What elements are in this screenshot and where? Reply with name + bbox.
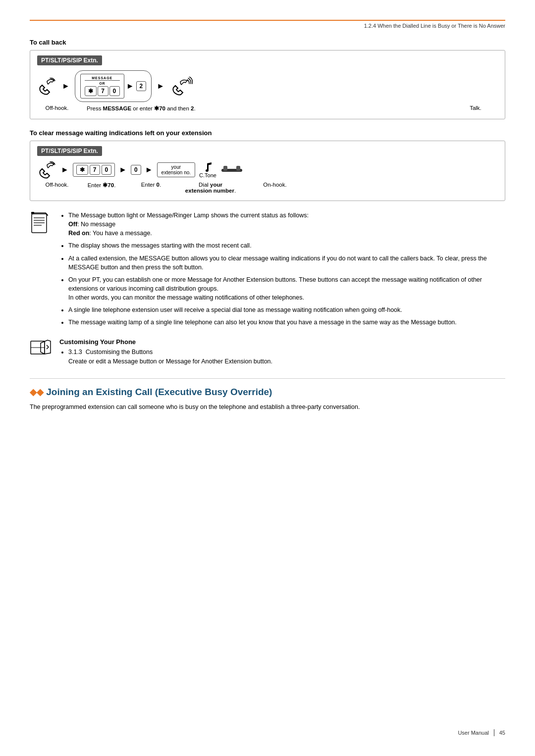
arrow-2: ►	[157, 82, 164, 91]
lbl-enter-star70: Enter ✱70.	[77, 182, 126, 189]
music-note-icon	[204, 161, 213, 172]
customising-content: Customising Your Phone 3.1.3 Customising…	[59, 338, 505, 366]
key-0-2: 0	[102, 165, 112, 175]
footer-divider	[494, 729, 494, 736]
customise-icon-area	[30, 339, 53, 366]
key-star: ✱	[85, 86, 97, 96]
diagram-header-2: PT/SLT/PS/SIP Extn.	[37, 146, 102, 156]
section2-label: To clear message waiting indications lef…	[30, 129, 505, 137]
label-row-diagram2: Off-hook. Enter ✱70. Enter 0. Dial youre…	[37, 182, 498, 194]
page-header: 1.2.4 When the Dialled Line is Busy or T…	[30, 20, 505, 29]
customise-icon	[30, 339, 52, 356]
diagram-row-1: ► MESSAGE OR ✱ 7 0 ► 2 ►	[37, 70, 498, 102]
footer-label: User Manual	[458, 730, 488, 736]
bullet-list: The Message button light or Message/Ring…	[59, 211, 505, 330]
joining-body: The preprogrammed extension can call som…	[30, 403, 505, 412]
key-7-2: 7	[90, 165, 100, 175]
lbl-enter0: Enter 0.	[131, 182, 171, 188]
bullet-section: The Message button light or Message/Ring…	[30, 211, 505, 330]
customising-section: Customising Your Phone 3.1.3 Customising…	[30, 338, 505, 366]
svg-rect-2	[236, 166, 240, 171]
message-button: MESSAGE OR ✱ 7 0	[80, 74, 124, 99]
arrow-3: ►	[61, 165, 69, 174]
svg-rect-3	[32, 214, 47, 233]
note-icon	[30, 212, 50, 235]
key-0: 0	[109, 86, 120, 96]
key-2: 2	[136, 81, 147, 91]
bullet-item-3: At a called extension, the MESSAGE butto…	[68, 254, 505, 272]
offhook-icon	[37, 77, 57, 95]
ctone-label: C.Tone	[199, 172, 216, 178]
bullet-item-1: The Message button light or Message/Ring…	[68, 211, 505, 238]
key-star-2: ✱	[76, 165, 88, 175]
star70-group: ✱ 7 0	[73, 163, 115, 177]
lbl-dial-ext: Dial yourextension number.	[176, 182, 245, 194]
label-press-message: Press MESSAGE or enter ✱70 and then 2.	[77, 105, 453, 112]
label-talk-1: Talk.	[453, 105, 498, 111]
joining-heading: ◆◆ Joining an Existing Call (Executive B…	[30, 387, 505, 398]
diagram-box-2: PT/SLT/PS/SIP Extn. ► ✱ 7 0 ► 0 ► your e…	[30, 141, 505, 201]
joining-heading-text: Joining an Existing Call (Executive Busy…	[46, 387, 272, 397]
joining-section: ◆◆ Joining an Existing Call (Executive B…	[30, 387, 505, 412]
ext-label-line1: your	[161, 164, 191, 170]
arrow-inner: ►	[126, 82, 134, 91]
onhook-icon	[220, 162, 243, 178]
arrow-5: ►	[145, 165, 153, 174]
arrow-4: ►	[119, 165, 127, 174]
label-row-diagram1: Off-hook. Press MESSAGE or enter ✱70 and…	[37, 105, 498, 112]
arrow-1: ►	[62, 82, 70, 91]
bullet-item-4: On your PT, you can establish one or mor…	[68, 275, 505, 302]
key-7: 7	[98, 86, 108, 96]
talk-icon	[169, 77, 196, 96]
bullet-item-6: The message waiting lamp of a single lin…	[68, 318, 505, 327]
footer-page: 45	[499, 730, 505, 736]
note-icon-area	[30, 212, 53, 330]
diagram-box-1: PT/SLT/PS/SIP Extn. ► MESSAGE OR ✱ 7 0	[30, 50, 505, 119]
section-divider	[30, 378, 505, 379]
label-offhook-1: Off-hook.	[37, 105, 77, 111]
offhook-icon-2	[37, 161, 57, 179]
bullet-item-5: A single line telephone extension user w…	[68, 305, 505, 314]
ext-label-line2: extension no.	[161, 170, 191, 175]
message-key-group: MESSAGE OR ✱ 7 0 ► 2	[75, 70, 152, 102]
diagram-header-1: PT/SLT/PS/SIP Extn.	[37, 55, 102, 65]
svg-rect-1	[223, 166, 227, 171]
ctone-area: C.Tone	[199, 161, 216, 178]
diamond-icon-1: ◆◆	[30, 387, 44, 397]
lbl-onhook: On-hook.	[255, 182, 295, 188]
ext-no-box: your extension no.	[157, 162, 196, 177]
section1-label: To call back	[30, 39, 505, 46]
customising-bullet: 3.1.3 Customising the Buttons Create or …	[68, 348, 505, 366]
bullet-item-2: The display shows the messages starting …	[68, 241, 505, 250]
key-zero: 0	[131, 165, 141, 175]
lbl-offhook-2: Off-hook.	[37, 182, 77, 188]
diagram-row-2: ► ✱ 7 0 ► 0 ► your extension no. C.Tone	[37, 161, 498, 179]
customising-title: Customising Your Phone	[59, 338, 505, 346]
page-footer: User Manual 45	[458, 729, 505, 736]
header-text: 1.2.4 When the Dialled Line is Busy or T…	[364, 23, 505, 29]
